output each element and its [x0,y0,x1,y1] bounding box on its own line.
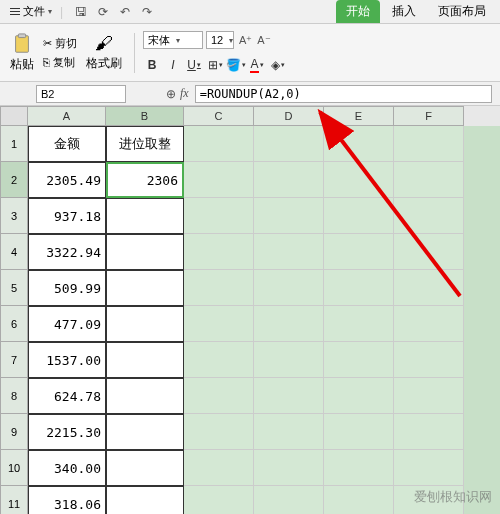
row-header[interactable]: 7 [0,342,28,378]
cell[interactable]: 2305.49 [28,162,106,198]
cell[interactable] [184,378,254,414]
tab-start[interactable]: 开始 [336,0,380,23]
row-header[interactable]: 2 [0,162,28,198]
cell[interactable]: 340.00 [28,450,106,486]
cell[interactable] [254,306,324,342]
cell[interactable] [254,414,324,450]
undo-icon[interactable]: ↶ [117,4,133,20]
cell[interactable]: 509.99 [28,270,106,306]
row-header[interactable]: 1 [0,126,28,162]
cell[interactable] [254,162,324,198]
cell[interactable] [324,198,394,234]
cell[interactable]: 624.78 [28,378,106,414]
cell[interactable] [394,198,464,234]
cell[interactable] [106,234,184,270]
cell[interactable]: 进位取整 [106,126,184,162]
cell[interactable] [394,306,464,342]
cell[interactable] [324,378,394,414]
cell[interactable] [324,162,394,198]
row-header[interactable]: 6 [0,306,28,342]
cell[interactable] [324,450,394,486]
underline-button[interactable]: U▾ [185,56,203,74]
cut-button[interactable]: ✂ 剪切 [40,35,80,52]
cell[interactable] [394,450,464,486]
cell[interactable] [324,270,394,306]
font-color-button[interactable]: A▾ [248,56,266,74]
cell[interactable] [394,414,464,450]
tab-insert[interactable]: 插入 [382,0,426,23]
paste-button[interactable]: 粘贴 [6,31,38,75]
cell[interactable] [184,198,254,234]
cell[interactable] [106,270,184,306]
cell[interactable]: 2215.30 [28,414,106,450]
cell[interactable] [254,342,324,378]
cell[interactable] [324,306,394,342]
fx-icon[interactable]: fx [180,86,189,101]
font-name-select[interactable]: 宋体 ▾ [143,31,203,49]
save-icon[interactable]: 🖫 [73,4,89,20]
redo-icon[interactable]: ↷ [139,4,155,20]
copy-button[interactable]: ⎘ 复制 [40,54,80,71]
cell[interactable] [254,126,324,162]
col-header-F[interactable]: F [394,106,464,126]
cell[interactable]: 1537.00 [28,342,106,378]
zoom-icon[interactable]: ⊕ [166,87,176,101]
formula-bar[interactable]: =ROUNDUP(A2,0) [195,85,492,103]
cell[interactable] [254,234,324,270]
row-header[interactable]: 9 [0,414,28,450]
col-header-A[interactable]: A [28,106,106,126]
cell[interactable] [106,378,184,414]
border-button[interactable]: ⊞▾ [206,56,224,74]
row-header[interactable]: 5 [0,270,28,306]
cell[interactable] [106,414,184,450]
cell[interactable] [394,126,464,162]
name-box[interactable]: B2 [36,85,126,103]
cell[interactable] [106,342,184,378]
tab-layout[interactable]: 页面布局 [428,0,496,23]
cell[interactable] [324,414,394,450]
col-header-E[interactable]: E [324,106,394,126]
cell[interactable]: 3322.94 [28,234,106,270]
select-all-corner[interactable] [0,106,28,126]
more-font-button[interactable]: ◈▾ [269,56,287,74]
cell[interactable] [106,486,184,514]
cell[interactable] [254,378,324,414]
cell[interactable] [184,162,254,198]
cell[interactable] [324,486,394,514]
cell[interactable]: 金额 [28,126,106,162]
cell[interactable] [106,198,184,234]
cell[interactable]: 937.18 [28,198,106,234]
cell[interactable] [184,486,254,514]
cell[interactable] [324,342,394,378]
row-header[interactable]: 4 [0,234,28,270]
fill-color-button[interactable]: 🪣▾ [227,56,245,74]
cell[interactable] [394,162,464,198]
cell[interactable] [254,450,324,486]
cell[interactable] [184,234,254,270]
row-header[interactable]: 11 [0,486,28,514]
italic-button[interactable]: I [164,56,182,74]
cell[interactable] [184,414,254,450]
decrease-font-button[interactable]: A⁻ [255,33,272,48]
col-header-B[interactable]: B [106,106,184,126]
col-header-C[interactable]: C [184,106,254,126]
cell[interactable] [324,234,394,270]
cell[interactable]: 318.06 [28,486,106,514]
format-painter-button[interactable]: 🖌 格式刷 [82,31,126,74]
row-header[interactable]: 3 [0,198,28,234]
cell[interactable] [184,342,254,378]
cell[interactable] [394,378,464,414]
cell[interactable] [394,270,464,306]
file-menu[interactable]: 文件 ▾ [4,2,58,21]
cell[interactable] [324,126,394,162]
row-header[interactable]: 8 [0,378,28,414]
cell[interactable] [184,306,254,342]
cell[interactable] [106,450,184,486]
font-size-select[interactable]: 12 ▾ [206,31,234,49]
sync-icon[interactable]: ⟳ [95,4,111,20]
cell[interactable]: 477.09 [28,306,106,342]
cell[interactable] [184,270,254,306]
cell[interactable] [184,126,254,162]
cell[interactable] [254,198,324,234]
cell[interactable] [254,486,324,514]
